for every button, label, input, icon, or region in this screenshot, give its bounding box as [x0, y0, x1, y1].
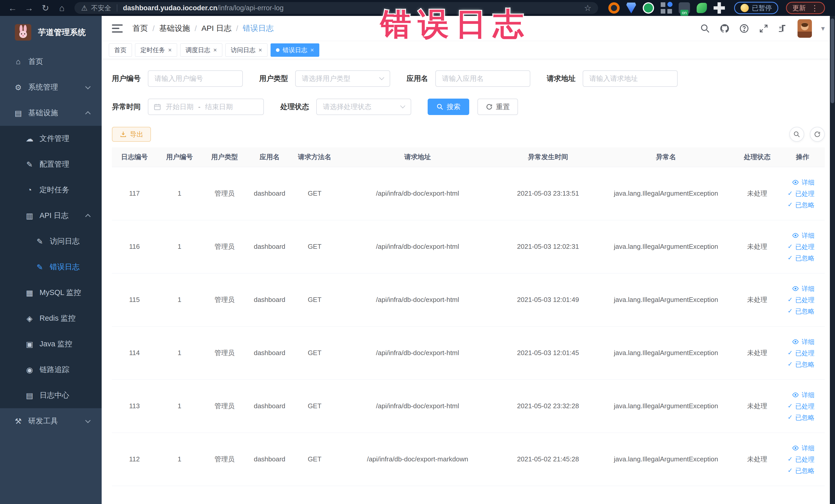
ignored-link[interactable]: ✓已忽略	[780, 307, 814, 315]
app-logo[interactable]: 芋道管理系统	[0, 16, 102, 49]
scrollbar-thumb[interactable]	[831, 19, 834, 103]
browser-menu-icon[interactable]: ⋮	[811, 4, 819, 13]
sidebar-item-Redis 监控[interactable]: ◈Redis 监控	[0, 305, 102, 331]
hide-search-button[interactable]	[789, 127, 804, 142]
sidebar-item-定时任务[interactable]: ◔定时任务	[0, 177, 102, 203]
window-scrollbar	[830, 16, 835, 504]
user-type-select[interactable]: 请选择用户类型	[295, 70, 390, 87]
forward-icon[interactable]: →	[22, 3, 37, 13]
tab-close-icon[interactable]: ×	[259, 46, 262, 54]
sidebar-item-错误日志[interactable]: ✎错误日志	[0, 254, 102, 280]
processed-link[interactable]: ✓已处理	[780, 349, 814, 357]
redis-icon: ◈	[24, 314, 36, 323]
processed-link[interactable]: ✓已处理	[780, 296, 814, 304]
sidebar-item-文件管理[interactable]: ☁文件管理	[0, 126, 102, 152]
ignored-link[interactable]: ✓已忽略	[780, 254, 814, 262]
detail-link[interactable]: 详细	[780, 338, 814, 346]
update-button[interactable]: 更新 ⋮	[786, 2, 825, 14]
security-warning-icon[interactable]: ⚠	[81, 4, 87, 12]
tab-close-icon[interactable]: ×	[213, 46, 217, 54]
avatar[interactable]	[797, 19, 812, 38]
sidebar-item-首页[interactable]: ⌂首页	[0, 49, 102, 75]
ignored-link[interactable]: ✓已忽略	[780, 201, 814, 209]
cell-method: GET	[292, 220, 337, 273]
address-bar[interactable]: ⚠ 不安全 dashboard.yudao.iocoder.cn/infra/l…	[75, 2, 598, 14]
table-row: 1121管理员dashboardGET/api/infra/db-doc/exp…	[112, 432, 825, 486]
sidebar-item-链路追踪[interactable]: ◉链路追踪	[0, 357, 102, 383]
detail-link[interactable]: 详细	[780, 391, 814, 399]
fullscreen-icon[interactable]	[758, 23, 769, 34]
page-header: 首页/基础设施/API 日志/错误日志	[102, 16, 835, 41]
breadcrumb-item[interactable]: 基础设施	[159, 23, 190, 34]
ignored-link[interactable]: ✓已忽略	[780, 361, 814, 368]
paused-chip[interactable]: 已暂停	[734, 2, 778, 14]
detail-link[interactable]: 详细	[780, 178, 814, 186]
action-label: 详细	[802, 285, 814, 293]
cell-status: 未处理	[734, 167, 780, 220]
tab-调度日志[interactable]: 调度日志×	[180, 43, 222, 57]
extension-green-icon[interactable]	[643, 2, 654, 14]
tab-定时任务[interactable]: 定时任务×	[135, 43, 177, 57]
tab-label: 错误日志	[283, 46, 307, 54]
back-icon[interactable]: ←	[5, 3, 20, 13]
cell-status: 未处理	[734, 326, 780, 380]
detail-link[interactable]: 详细	[780, 231, 814, 239]
search-icon[interactable]	[700, 23, 710, 34]
sidebar-item-系统管理[interactable]: ⚙系统管理	[0, 75, 102, 100]
breadcrumb-item[interactable]: 首页	[133, 23, 148, 34]
reload-icon[interactable]: ↻	[38, 3, 53, 13]
extension-switch-icon[interactable]: on	[679, 2, 690, 14]
sidebar-item-配置管理[interactable]: ✎配置管理	[0, 152, 102, 177]
extension-orange-icon[interactable]	[608, 2, 619, 14]
refresh-table-button[interactable]	[810, 127, 825, 142]
tab-访问日志[interactable]: 访问日志×	[225, 43, 267, 57]
table-row: 1131管理员dashboardGET/api/infra/db-doc/exp…	[112, 380, 825, 432]
ignored-link[interactable]: ✓已忽略	[780, 467, 814, 475]
tab-close-icon[interactable]: ×	[168, 46, 172, 54]
extension-shield-icon[interactable]	[626, 3, 636, 13]
column-header-操作: 操作	[780, 147, 825, 167]
tab-首页[interactable]: 首页	[109, 43, 132, 57]
detail-link[interactable]: 详细	[780, 285, 814, 293]
cell-status: 未处理	[734, 273, 780, 326]
font-size-icon[interactable]	[778, 23, 788, 34]
sidebar-item-Java 监控[interactable]: ▣Java 监控	[0, 331, 102, 357]
date-start-placeholder: 开始日期	[166, 102, 194, 112]
tab-close-icon[interactable]: ×	[310, 46, 314, 54]
processed-link[interactable]: ✓已处理	[780, 190, 814, 198]
extension-grid-icon[interactable]	[661, 2, 672, 14]
chevron-down-icon[interactable]: ▾	[821, 24, 825, 33]
export-button[interactable]: 导出	[112, 127, 151, 142]
reset-button[interactable]: 重置	[477, 99, 518, 115]
sidebar-item-访问日志[interactable]: ✎访问日志	[0, 228, 102, 254]
extension-leaf-icon[interactable]	[697, 3, 707, 13]
sidebar-item-API 日志[interactable]: ▥API 日志	[0, 203, 102, 228]
help-icon[interactable]	[739, 23, 749, 34]
process-status-select[interactable]: 请选择处理状态	[316, 99, 411, 115]
detail-link[interactable]: 详细	[780, 444, 814, 452]
sidebar-item-研发工具[interactable]: ⚒研发工具	[0, 408, 102, 434]
app-name-input[interactable]	[435, 70, 530, 87]
processed-link[interactable]: ✓已处理	[780, 243, 814, 250]
sidebar-item-日志中心[interactable]: ▤日志中心	[0, 383, 102, 408]
request-url-input[interactable]	[583, 70, 678, 87]
action-label: 已处理	[795, 243, 814, 250]
user-id-input[interactable]	[148, 70, 243, 87]
search-button[interactable]: 搜索	[428, 99, 469, 115]
date-range-picker[interactable]: 开始日期 - 结束日期	[148, 99, 264, 115]
extensions-puzzle-icon[interactable]	[714, 2, 725, 14]
sidebar-item-基础设施[interactable]: ▤基础设施	[0, 100, 102, 126]
bookmark-star-icon[interactable]: ☆	[584, 3, 591, 13]
processed-link[interactable]: ✓已处理	[780, 402, 814, 410]
github-icon[interactable]	[719, 23, 730, 34]
sidebar-item-MySQL 监控[interactable]: ▦MySQL 监控	[0, 280, 102, 305]
sidebar-collapse-icon[interactable]	[112, 24, 123, 33]
processed-link[interactable]: ✓已处理	[780, 456, 814, 463]
ignored-link[interactable]: ✓已忽略	[780, 414, 814, 421]
browser-chrome: ← → ↻ ⌂ ⚠ 不安全 dashboard.yudao.iocoder.cn…	[0, 0, 835, 16]
cell-time: 2021-05-03 23:13:51	[498, 167, 598, 220]
tab-错误日志[interactable]: 错误日志×	[270, 43, 319, 57]
home-icon[interactable]: ⌂	[55, 3, 69, 13]
breadcrumb-item[interactable]: API 日志	[202, 23, 231, 34]
cell-url: /api/infra/db-doc/export-html	[337, 220, 498, 273]
